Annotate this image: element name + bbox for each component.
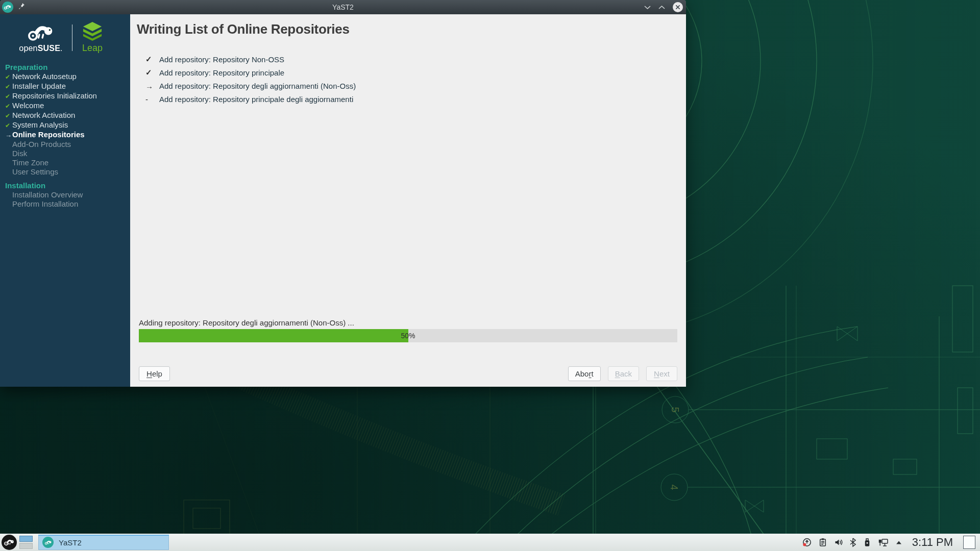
task-row: ✓Add repository: Repository principale [130,66,686,79]
desktop-1-active[interactable] [19,536,33,542]
system-tray: 3:11 PM [802,536,980,549]
task-current-arrow-icon: → [145,82,159,90]
install-steps: Preparation✔Network Autosetup✔Installer … [0,58,130,209]
yast-task-icon [42,537,54,548]
progress-percent: 50% [139,329,677,342]
leap-label: Leap [82,43,103,54]
taskbar-task-yast2[interactable]: YaST2 [38,535,169,550]
task-row: →Add repository: Repository degli aggior… [130,79,686,92]
wizard-content: Writing List of Online Repositories ✓Add… [130,14,686,387]
step-done-check-icon: ✔ [5,121,12,130]
step-label: Disk [12,149,27,158]
taskbar: YaST2 [0,534,980,551]
sidebar-step-perform-installation: Perform Installation [5,199,128,209]
sidebar-step-network-autosetup: ✔Network Autosetup [5,72,128,82]
sidebar-step-user-settings: User Settings [5,167,128,177]
close-button[interactable] [672,2,683,13]
page-title: Writing List of Online Repositories [137,21,686,37]
task-label: Add repository: Repository principale [159,68,284,77]
abort-button[interactable]: Abort [568,366,601,381]
usb-device-icon[interactable] [862,537,872,547]
step-label: Perform Installation [12,199,78,209]
step-label: Installation Overview [12,190,83,199]
progress-label: Adding repository: Repository degli aggi… [139,318,677,327]
titlebar[interactable]: YaST2 [0,0,686,14]
step-label: User Settings [12,167,58,177]
step-label: Time Zone [12,158,48,167]
sidebar-step-network-activation: ✔Network Activation [5,111,128,120]
step-label: Repositories Initialization [12,91,97,101]
step-done-check-icon: ✔ [5,72,12,82]
step-label: System Analysis [12,120,68,130]
window-title: YaST2 [0,0,686,14]
digital-clock[interactable]: 3:11 PM [912,536,953,549]
opensuse-logo: openSUSE. [18,22,63,53]
help-button[interactable]: Help [139,366,170,381]
step-label: Network Autosetup [12,72,77,81]
step-done-check-icon: ✔ [5,111,12,120]
back-button[interactable]: Back [608,366,639,381]
yast2-window: YaST2 [0,0,686,387]
minimize-button[interactable] [644,5,651,10]
virtual-desktop-pager[interactable] [19,536,33,549]
step-done-check-icon: ✔ [5,92,12,101]
software-updates-icon[interactable] [802,537,812,547]
clipboard-icon[interactable] [818,537,828,547]
sidebar-step-add-on-products: Add-On Products [5,140,128,149]
bluetooth-icon[interactable] [849,537,856,547]
network-icon[interactable] [878,537,889,547]
sidebar-step-online-repositories: →Online Repositories [5,130,128,140]
brand-area: openSUSE. Leap [0,14,130,58]
sidebar-step-time-zone: Time Zone [5,158,128,167]
sidebar-step-installer-update: ✔Installer Update [5,82,128,91]
task-pending-dash-icon: - [145,95,159,104]
step-label: Add-On Products [12,140,71,149]
volume-icon[interactable] [834,537,844,547]
step-done-check-icon: ✔ [5,102,12,111]
step-current-arrow-icon: → [5,131,12,140]
sidebar-step-repositories-initialization: ✔Repositories Initialization [5,91,128,101]
opensuse-wordmark: openSUSE. [19,44,62,53]
task-label: Add repository: Repository degli aggiorn… [159,82,356,90]
step-label: Network Activation [12,111,75,120]
sidebar-step-welcome: ✔Welcome [5,101,128,111]
sidebar-step-installation-overview: Installation Overview [5,190,128,199]
application-launcher-button[interactable] [0,534,18,551]
task-row: -Add repository: Repository principale d… [130,92,686,106]
step-label: Installer Update [12,82,66,91]
maximize-button[interactable] [658,5,666,10]
wizard-buttons: Help AbortBackNext [130,342,686,387]
desktop: 5 4 YaST2 [0,0,980,551]
task-done-check-icon: ✓ [145,68,159,77]
task-done-check-icon: ✓ [145,55,159,64]
step-section-preparation: Preparation [5,63,128,72]
task-row: ✓Add repository: Repository Non-OSS [130,53,686,66]
desktop-2[interactable] [19,543,33,549]
next-button[interactable]: Next [646,366,677,381]
brand-divider [72,24,72,51]
task-label: YaST2 [59,538,82,547]
step-label: Welcome [12,101,44,110]
step-label: Online Repositories [12,130,85,139]
show-desktop-button[interactable] [963,536,975,549]
step-section-installation: Installation [5,181,128,190]
expand-tray-icon[interactable] [895,539,903,545]
task-label: Add repository: Repository principale de… [159,95,353,104]
progress-bar: 50% [139,329,677,342]
task-label: Add repository: Repository Non-OSS [159,55,284,64]
opensuse-launcher-icon [2,535,17,550]
leap-logo: Leap [81,22,104,54]
step-done-check-icon: ✔ [5,82,12,91]
sidebar-step-disk: Disk [5,149,128,158]
progress-block: Adding repository: Repository degli aggi… [130,318,686,342]
task-list: ✓Add repository: Repository Non-OSS✓Add … [130,53,686,106]
installer-sidebar: openSUSE. Leap Preparation✔Network Autos… [0,14,130,387]
sidebar-step-system-analysis: ✔System Analysis [5,120,128,130]
